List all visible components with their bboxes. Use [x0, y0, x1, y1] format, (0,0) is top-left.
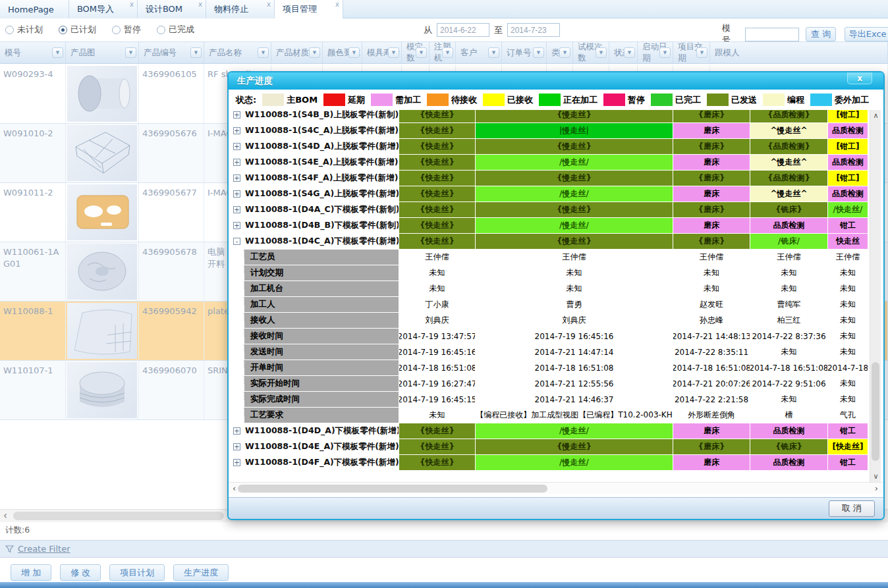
- column-header-订单号[interactable]: 订单号▼: [502, 42, 547, 63]
- radio-circle-icon[interactable]: [59, 26, 67, 34]
- tab-设计BOM[interactable]: 设计BOMx: [138, 0, 206, 18]
- tree-node[interactable]: +W110088-1(S4C_A)上脱板零件(新增): [229, 123, 399, 138]
- tree-node[interactable]: +W110088-1(D4D_A)下模板零件(新增): [229, 423, 399, 439]
- radio-未计划[interactable]: 未计划: [5, 24, 43, 36]
- progress-tree-row[interactable]: +W110088-1(D4B_B)下模板零件(新制){快走丝}/慢走丝/磨床品质…: [229, 218, 870, 233]
- tab-close-icon[interactable]: x: [198, 1, 202, 8]
- column-filter-button[interactable]: ▼: [348, 47, 360, 58]
- progress-tree-row[interactable]: +W110088-1(S4G_A)上脱板零件(新增){快走丝}/慢走丝/磨床^慢…: [229, 186, 870, 201]
- column-header-客户[interactable]: 客户▼: [456, 42, 502, 63]
- column-header-产品名称[interactable]: 产品名称▼: [204, 42, 271, 63]
- dialog-titlebar[interactable]: 生产进度 x: [229, 72, 883, 90]
- radio-暂停[interactable]: 暂停: [112, 24, 141, 36]
- tree-expand-icon[interactable]: +: [233, 459, 240, 466]
- column-header-项目交期[interactable]: 项目交期▼: [673, 42, 710, 63]
- tab-项目管理[interactable]: 项目管理x: [275, 0, 343, 18]
- scroll-left-icon[interactable]: ‹: [233, 483, 236, 493]
- column-filter-button[interactable]: ▼: [416, 47, 427, 58]
- column-header-跟模人[interactable]: 跟模人: [710, 42, 888, 63]
- tree-expand-icon[interactable]: +: [233, 143, 240, 150]
- column-filter-button[interactable]: ▼: [52, 47, 63, 58]
- tree-expand-icon[interactable]: +: [233, 427, 240, 435]
- column-header-模号[interactable]: 模号▼: [0, 42, 66, 63]
- mold-no-input[interactable]: [745, 28, 799, 41]
- scroll-down-icon[interactable]: ∨: [870, 472, 881, 481]
- export-excel-button[interactable]: 导出Exce: [845, 27, 888, 41]
- scroll-up-icon[interactable]: ∧: [870, 111, 881, 120]
- tree-node[interactable]: +W110088-1(D4A_C)下模板零件(新制): [229, 202, 399, 217]
- main-h-scroll-thumb[interactable]: [13, 512, 224, 520]
- tree-node[interactable]: +W110088-1(S4F_A)上脱板零件(新增): [229, 171, 399, 186]
- dialog-h-scrollbar[interactable]: ‹ ›: [229, 482, 883, 494]
- column-header-模穴数[interactable]: 模穴数▼: [402, 42, 430, 63]
- radio-circle-icon[interactable]: [157, 26, 165, 34]
- column-filter-button[interactable]: ▼: [258, 47, 269, 58]
- tree-expand-icon[interactable]: +: [233, 127, 240, 134]
- action-button-修 改[interactable]: 修 改: [60, 564, 101, 581]
- date-from-input[interactable]: [437, 23, 489, 37]
- column-filter-button[interactable]: ▼: [596, 47, 607, 58]
- tab-HomePage[interactable]: HomePage: [0, 0, 69, 18]
- progress-tree-row[interactable]: +W110088-1(S4D_A)上脱板零件(新增){快走丝}{慢走丝}{磨床}…: [229, 139, 870, 154]
- tree-node[interactable]: +W110088-1(S4G_A)上脱板零件(新增): [229, 186, 399, 201]
- column-header-产品图[interactable]: 产品图▼: [66, 42, 139, 63]
- column-header-启动日期[interactable]: 启动日期▼: [638, 42, 673, 63]
- progress-tree-row[interactable]: +W110088-1(S4F_A)上脱板零件(新增){快走丝}{慢走丝}{磨床}…: [229, 171, 870, 186]
- tree-node[interactable]: +W110088-1(D4B_B)下模板零件(新制): [229, 218, 399, 233]
- tab-BOM导入[interactable]: BOM导入x: [69, 0, 138, 18]
- action-button-生产进度[interactable]: 生产进度: [173, 564, 229, 581]
- dialog-h-scroll-thumb[interactable]: [238, 485, 547, 493]
- column-filter-button[interactable]: ▼: [488, 47, 499, 58]
- tree-node[interactable]: +W110088-1(D4F_A)下模板零件(新增): [229, 455, 399, 470]
- tree-node[interactable]: +W110088-1(S4D_A)上脱板零件(新增): [229, 139, 399, 154]
- column-filter-button[interactable]: ▼: [559, 47, 570, 58]
- scroll-right-icon[interactable]: ›: [875, 483, 878, 493]
- radio-circle-icon[interactable]: [112, 26, 121, 34]
- column-filter-button[interactable]: ▼: [190, 47, 202, 58]
- column-filter-button[interactable]: ▼: [533, 47, 544, 58]
- tree-expand-icon[interactable]: +: [233, 190, 240, 198]
- column-header-状态[interactable]: 状态▼: [609, 42, 638, 63]
- progress-tree-row[interactable]: +W110088-1(D4F_A)下模板零件(新增){快走丝}/慢走丝/磨床品质…: [229, 455, 870, 470]
- tree-expand-icon[interactable]: +: [233, 222, 240, 229]
- column-header-注塑机[interactable]: 注塑机▼: [430, 42, 456, 63]
- radio-circle-icon[interactable]: [5, 26, 14, 34]
- column-filter-button[interactable]: ▼: [125, 47, 136, 58]
- column-header-类型[interactable]: 类型▼: [547, 42, 573, 63]
- tree-node[interactable]: +W110088-1(S4E_A)上脱板零件(新增): [229, 155, 399, 170]
- progress-tree-row[interactable]: +W110088-1(S4C_A)上脱板零件(新增){快走丝}|慢走丝|磨床^慢…: [229, 123, 870, 138]
- create-filter-link[interactable]: Create Filter: [5, 544, 70, 554]
- action-button-项目计划[interactable]: 项目计划: [109, 564, 165, 581]
- column-header-试模次数[interactable]: 试模次数▼: [573, 42, 609, 63]
- tab-close-icon[interactable]: x: [267, 1, 271, 8]
- dialog-close-button[interactable]: x: [847, 72, 872, 84]
- radio-已完成[interactable]: 已完成: [157, 24, 194, 36]
- tree-expand-icon[interactable]: +: [233, 111, 240, 119]
- column-header-颜色要求[interactable]: 颜色要求▼: [323, 42, 362, 63]
- tab-close-icon[interactable]: x: [335, 1, 339, 8]
- column-header-产品材质[interactable]: 产品材质▼: [271, 42, 323, 63]
- scroll-left-icon[interactable]: ‹: [3, 510, 7, 521]
- progress-tree-row[interactable]: +W110088-1(D4A_C)下模板零件(新制){快走丝}{慢走丝}{磨床}…: [229, 202, 870, 217]
- dialog-v-scroll-thumb[interactable]: [872, 362, 879, 461]
- progress-tree-row[interactable]: -W110088-1(D4C_A)下模板零件(新增){快走丝}{慢走丝}{磨床}…: [229, 234, 870, 249]
- tree-collapse-icon[interactable]: -: [233, 238, 240, 245]
- tree-node[interactable]: -W110088-1(D4C_A)下模板零件(新增): [229, 234, 399, 249]
- tree-node[interactable]: +W110088-1(S4B_B)上脱板零件(新制): [229, 110, 399, 122]
- tab-物料停止[interactable]: 物料停止x: [206, 0, 275, 18]
- tree-expand-icon[interactable]: +: [233, 443, 240, 450]
- tab-close-icon[interactable]: x: [130, 1, 134, 8]
- column-filter-button[interactable]: ▼: [388, 47, 399, 58]
- column-filter-button[interactable]: ▼: [442, 47, 453, 58]
- progress-tree-row[interactable]: +W110088-1(D4D_A)下模板零件(新增){快走丝}/慢走丝/磨床品质…: [229, 423, 870, 439]
- column-filter-button[interactable]: ▼: [624, 47, 635, 58]
- date-to-input[interactable]: [507, 23, 560, 37]
- progress-tree-row[interactable]: +W110088-1(S4E_A)上脱板零件(新增){快走丝}/慢走丝/磨床^慢…: [229, 155, 870, 170]
- column-filter-button[interactable]: ▼: [659, 47, 671, 58]
- column-filter-button[interactable]: ▼: [309, 47, 320, 58]
- cancel-button[interactable]: 取 消: [829, 500, 875, 517]
- progress-tree-row[interactable]: +W110088-1(D4E_A)下模板零件(新增){快走丝}{慢走丝}{磨床}…: [229, 439, 870, 454]
- action-button-增 加[interactable]: 增 加: [11, 564, 51, 581]
- tree-expand-icon[interactable]: +: [233, 206, 240, 213]
- progress-tree-row[interactable]: +W110088-1(S4B_B)上脱板零件(新制){快走丝}{慢走丝}{磨床}…: [229, 110, 870, 122]
